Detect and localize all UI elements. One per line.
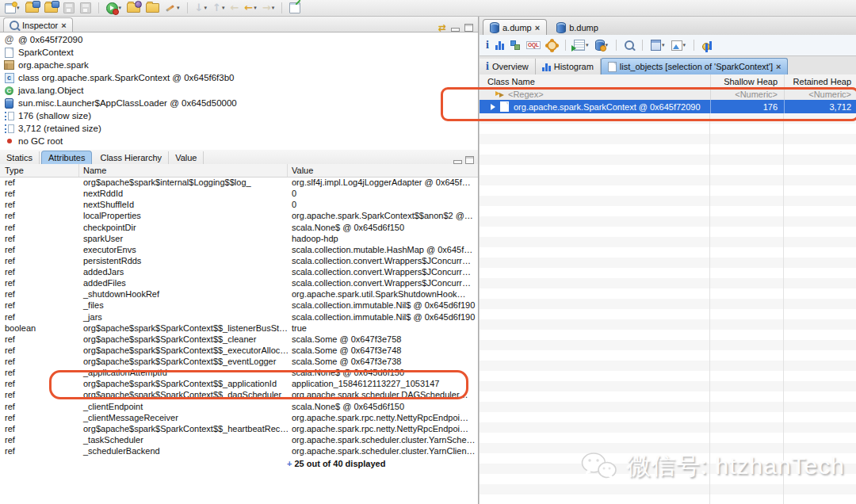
inspector-item-package[interactable]: org.apache.spark [0,59,478,71]
table-row[interactable]: ref org$apache$spark$SparkContext$$_clea… [0,334,478,345]
histogram-button[interactable] [494,40,506,51]
tab-a-dump[interactable]: a.dump × [483,19,547,35]
inspector-item-classloader[interactable]: sun.misc.Launcher$AppClassLoader @ 0x645… [0,97,478,109]
tab-statics[interactable]: Statics [0,151,40,164]
table-row[interactable]: boolean org$apache$spark$SparkContext$$_… [0,323,478,334]
tab-inspector[interactable]: Inspector × [3,17,73,32]
overview-button[interactable]: i [484,38,491,52]
attr-value: scala.Some @ 0x647f3e758 [288,334,478,344]
table-row[interactable]: ref _applicationAttemptId scala.None$ @ … [0,367,478,378]
tab-attributes[interactable]: Attributes [41,151,92,164]
open-report-button[interactable] [125,2,142,13]
inspector-item-address[interactable]: @@ 0x645f72090 [0,33,478,46]
maximize-icon[interactable] [465,156,474,164]
table-row[interactable]: ref executorEnvs scala.collection.mutabl… [0,244,478,255]
acquire-heap-dump-button[interactable]: ▾ [105,2,124,15]
attr-type: ref [0,178,79,187]
pin-editor-button[interactable] [288,2,302,14]
thread-overview-button[interactable] [545,40,559,52]
table-row[interactable]: ref org$apache$spark$SparkContext$$_dagS… [0,389,478,400]
dropdown-arrow-icon: ▾ [272,5,275,11]
table-row[interactable]: ref _clientEndpoint scala.None$ @ 0x645d… [0,401,478,412]
import-heap-dump-button[interactable] [43,2,59,13]
table-row[interactable]: ref org$apache$spark$SparkContext$$_even… [0,356,478,367]
tab-b-dump[interactable]: b.dump [550,20,605,35]
inspector-item-gc-root[interactable]: no GC root [0,135,478,147]
link-with-snapshot-icon[interactable]: ⇄ [438,24,446,32]
retained-size-icon [5,124,14,133]
shallow-size-icon [5,112,14,120]
maximize-icon[interactable] [464,24,473,32]
column-header-retained-heap[interactable]: Retained Heap [785,74,856,88]
tab-histogram[interactable]: Histogram [536,59,601,74]
dominator-tree-button[interactable] [509,40,522,51]
inspector-item-shallow-size[interactable]: 176 (shallow size) [0,109,478,122]
oql-button[interactable]: OQL [525,40,542,51]
table-row[interactable]: ref _jars scala.collection.immutable.Nil… [0,311,478,323]
table-row[interactable]: ref org$apache$spark$SparkContext$$_exec… [0,345,478,356]
table-row[interactable]: ref checkpointDir scala.None$ @ 0x645d6f… [0,222,478,233]
table-row[interactable]: ref addedJars scala.collection.convert.W… [0,266,478,277]
table-row[interactable]: ref org$apache$spark$SparkContext$$_hear… [0,423,478,434]
tab-overview[interactable]: i Overview [480,59,536,74]
compare-icon [702,40,713,51]
inspector-item-retained-size[interactable]: 3,712 (retained size) [0,122,478,135]
attr-value: org.apache.spark.rpc.netty.NettyRpcEndpo… [288,424,478,433]
attr-value: scala.collection.convert.Wrappers$JConcu… [288,278,478,288]
back-button[interactable]: ←▾ [243,2,258,13]
table-row[interactable]: ref localProperties org.apache.spark.Spa… [0,210,478,221]
forward-button[interactable]: →▾ [261,2,276,13]
table-row[interactable]: ref nextShuffleId 0 [0,199,478,210]
column-header-class-name[interactable]: Class Name [480,74,711,88]
table-row[interactable]: ref _shutdownHookRef org.apache.spark.ut… [0,288,478,300]
column-header-type[interactable]: Type [0,164,79,177]
attr-value: org.apache.spark.rpc.netty.NettyRpcEndpo… [288,413,478,422]
inspector-item-object[interactable]: SparkContext [0,46,478,59]
inspector-object-summary: @@ 0x645f72090 SparkContext org.apache.s… [0,33,478,147]
shallow-heap-filter-field[interactable]: <Numeric> [711,88,785,100]
heap-dump-actions-button[interactable]: ▾ [594,39,610,52]
column-header-shallow-heap[interactable]: Shallow Heap [711,74,785,88]
table-row[interactable]: ref sparkUser hadoop-hdp [0,233,478,244]
calculate-retained-size-button[interactable]: ▾ [649,39,667,52]
tab-value[interactable]: Value [169,151,204,164]
run-query-button[interactable]: ▾ [572,39,590,52]
minimize-icon[interactable] [451,28,460,32]
save-icon [63,2,75,13]
retained-heap-filter-field[interactable]: <Numeric> [785,88,856,100]
table-row[interactable]: ref _clientMessageReceiver org.apache.sp… [0,412,478,423]
search-button[interactable] [623,40,636,51]
table-row[interactable]: ref _files scala.collection.immutable.Ni… [0,300,478,311]
expand-more-icon[interactable]: + [287,459,292,468]
query-browser-button[interactable]: ▾ [163,2,182,14]
attr-type: ref [0,446,79,456]
table-row[interactable]: ref org$apache$spark$SparkContext$$_appl… [0,378,478,389]
regex-filter-field[interactable]: <Regex> [508,90,544,99]
table-row[interactable]: ref addedFiles scala.collection.convert.… [0,277,478,288]
rows-displayed-status[interactable]: +25 out of 40 displayed [0,459,478,468]
tab-list-objects[interactable]: list_objects [selection of 'SparkContext… [601,58,789,74]
table-row[interactable]: ref _schedulerBackend org.apache.spark.s… [0,445,478,456]
tab-class-hierarchy[interactable]: Class Hierarchy [94,151,169,164]
attr-type: ref [0,245,79,254]
close-icon[interactable]: × [776,63,781,71]
inspector-item-class[interactable]: cclass org.apache.spark.SparkContext @ 0… [0,71,478,84]
selected-object-row[interactable]: org.apache.spark.SparkContext @ 0x645f72… [480,100,856,113]
compare-button[interactable] [701,40,714,52]
column-header-value[interactable]: Value [288,164,478,177]
table-row[interactable]: ref _taskScheduler org.apache.spark.sche… [0,434,478,445]
close-icon[interactable]: × [535,24,540,32]
table-row[interactable]: ref persistentRdds scala.collection.conv… [0,255,478,266]
open-heap-dump-button[interactable] [24,2,40,13]
open-file-button[interactable] [144,2,161,13]
column-divider[interactable] [709,113,710,504]
export-button[interactable]: ▾ [670,40,688,52]
new-wizard-button[interactable]: ▾ [3,2,21,14]
close-icon[interactable]: × [61,21,66,29]
table-row[interactable]: ref nextRddId 0 [0,188,478,199]
table-row[interactable]: ref org$apache$spark$internal$Logging$$l… [0,177,478,188]
inspector-item-superclass[interactable]: Cjava.lang.Object [0,84,478,97]
column-header-name[interactable]: Name [79,164,288,177]
column-divider[interactable] [783,113,784,504]
expand-arrow-icon[interactable] [491,104,495,110]
